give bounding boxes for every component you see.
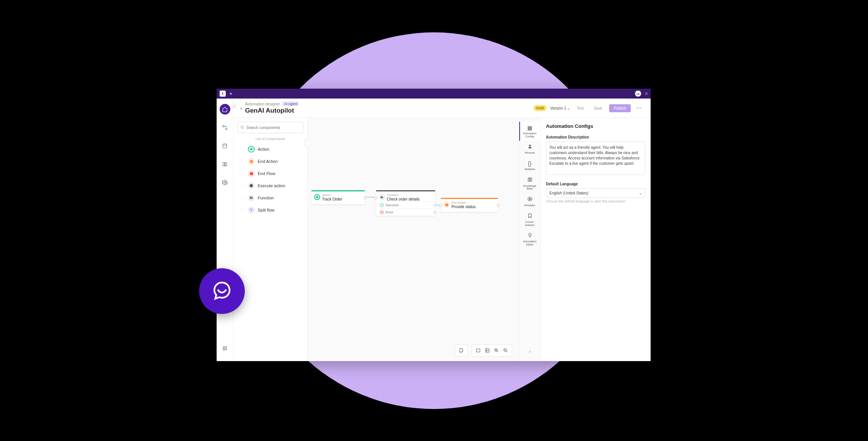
title-bar: t ✦ co ≡ (217, 89, 651, 99)
nav-rail: ≡ (217, 99, 233, 361)
component-execute-action[interactable]: ⋮⋮ Execute action (237, 180, 303, 192)
node-track-order[interactable]: Action Track Order (311, 190, 365, 204)
helper-icon (527, 232, 533, 239)
node-provide-status[interactable]: End Action Provide status (441, 198, 498, 212)
output-port[interactable] (497, 204, 500, 207)
nav-home[interactable] (220, 104, 230, 115)
test-button[interactable]: Test (574, 105, 587, 112)
node-title: Track Order (322, 197, 361, 201)
menu-icon[interactable]: ≡ (645, 91, 648, 96)
component-function[interactable]: ⋮⋮ fx Function (237, 192, 303, 204)
back-button[interactable]: ‹ (237, 103, 245, 113)
svg-point-18 (529, 145, 531, 147)
output-port[interactable] (364, 196, 367, 199)
persona-icon (527, 144, 533, 150)
components-header: List of Components (237, 137, 303, 141)
node-title: Provide status (452, 205, 494, 209)
svg-rect-12 (226, 349, 227, 350)
svg-point-14 (250, 184, 253, 187)
config-panel: Automation Configs Automation Descriptio… (540, 118, 651, 361)
chat-fab[interactable] (199, 268, 245, 314)
search-input[interactable] (246, 126, 300, 130)
action-icon (248, 146, 255, 153)
tab-knowledge-base[interactable]: Knowledge Base (519, 174, 540, 193)
svg-rect-10 (223, 349, 224, 350)
component-label: Split flow (258, 208, 274, 212)
lang-label: Default Language (546, 182, 645, 186)
branch-label: Error (386, 210, 393, 214)
node-title: Check order details (387, 197, 431, 201)
component-action[interactable]: ⋮⋮ Action (237, 143, 303, 155)
nav-settings[interactable] (220, 177, 230, 188)
search-icon (240, 124, 244, 131)
execute-icon (248, 182, 255, 189)
svg-point-0 (223, 125, 224, 127)
error-icon: ✕ (380, 210, 384, 214)
function-icon: fx (379, 194, 385, 200)
version-select[interactable]: Version 1 ⌄ (550, 106, 570, 110)
fit-tool[interactable] (483, 346, 492, 355)
flame-icon[interactable]: ✦ (229, 91, 233, 97)
nav-flows[interactable] (220, 122, 230, 133)
nav-apps[interactable] (220, 343, 230, 353)
node-check-order-details[interactable]: fx Function Check order details ✓ Succes… (376, 190, 435, 216)
breadcrumb-tag: AI Agent (282, 102, 299, 106)
expand-rail-icon[interactable]: ≡ (232, 104, 236, 109)
input-port[interactable] (439, 204, 442, 207)
component-end-action[interactable]: ⋮⋮ End Action (237, 155, 303, 167)
branch-error[interactable]: ✕ Error (380, 209, 431, 216)
breadcrumb-parent[interactable]: Automation designer (245, 102, 280, 106)
output-port[interactable] (434, 211, 436, 214)
publish-button[interactable]: Publish (609, 104, 631, 112)
app-logo[interactable]: t (220, 91, 226, 97)
save-button[interactable]: Save (590, 105, 605, 112)
simulator-icon (527, 196, 533, 203)
bookmark-icon (527, 213, 533, 220)
more-menu[interactable]: ⋯ (635, 105, 643, 111)
svg-rect-5 (224, 346, 225, 347)
chevron-down-icon: ⌄ (567, 106, 570, 110)
svg-point-1 (225, 128, 227, 130)
success-icon: ✓ (380, 203, 384, 207)
canvas-toolbar (455, 344, 512, 357)
map-tool[interactable] (474, 346, 483, 355)
svg-rect-4 (223, 346, 224, 347)
avatar[interactable]: co (635, 91, 641, 97)
tab-simulator[interactable]: Simulator (519, 193, 540, 210)
tab-variables[interactable]: {} Variables (519, 158, 540, 174)
tab-conver-markers[interactable]: Conver. markers (519, 210, 540, 229)
tab-persona[interactable]: Persona (519, 141, 540, 158)
tab-automation-configs[interactable]: ▦ Automation Configs (519, 122, 540, 141)
component-label: Function (258, 196, 274, 200)
language-select[interactable]: English (United States) ⌄ (546, 188, 645, 198)
page-header: ‹ Automation designer AI Agent GenAI Aut… (233, 99, 651, 118)
expand-panel-button[interactable]: › (529, 349, 531, 354)
zoom-out-tool[interactable] (501, 346, 510, 355)
zoom-in-tool[interactable] (492, 346, 501, 355)
node-type-label: Action (322, 193, 361, 197)
description-input[interactable] (546, 142, 645, 175)
output-port[interactable] (434, 204, 436, 207)
svg-point-3 (224, 181, 226, 183)
component-label: Action (258, 147, 270, 151)
component-label: End Action (258, 159, 278, 164)
drag-handle-icon: ⋮⋮ (239, 147, 245, 151)
action-icon (314, 194, 320, 200)
nav-knowledge[interactable] (220, 159, 230, 169)
tab-automation-helper[interactable]: Automation helper (519, 229, 540, 249)
branch-success[interactable]: ✓ Success (380, 201, 431, 209)
node-type-label: End Action (452, 201, 494, 204)
svg-rect-9 (226, 348, 227, 349)
search-box[interactable] (237, 122, 303, 133)
variables-icon: {} (528, 161, 531, 167)
component-split-flow[interactable]: ⋮⋮ Y Split flow (237, 204, 303, 216)
nav-data[interactable] (220, 140, 230, 151)
drag-handle-icon: ⋮⋮ (239, 184, 245, 188)
input-port[interactable] (374, 196, 377, 199)
component-end-flow[interactable]: ⋮⋮ End Flow (237, 167, 303, 180)
flow-canvas[interactable]: Action Track Order fx Function Check ord… (308, 118, 519, 361)
page-title: GenAI Autopilot (245, 107, 299, 115)
chevron-down-icon: ⌄ (639, 191, 642, 195)
note-tool[interactable] (457, 346, 466, 355)
app-window: t ✦ co ≡ ≡ (217, 89, 651, 361)
